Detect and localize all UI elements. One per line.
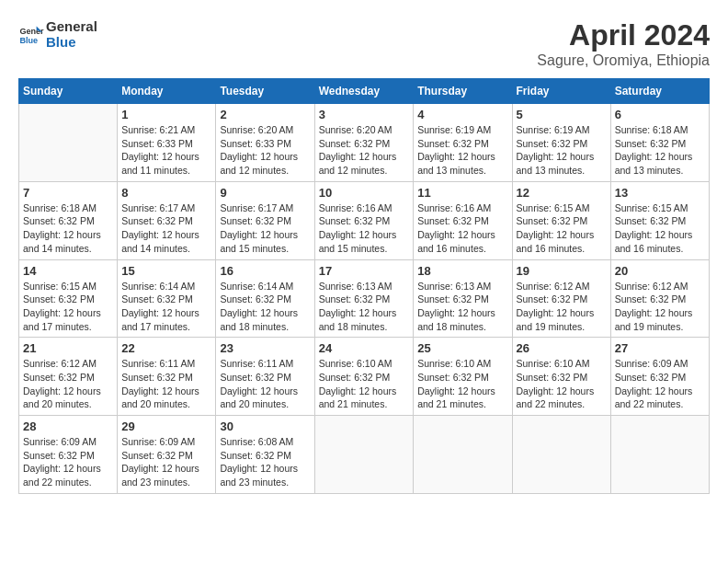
calendar-day-cell: 19Sunrise: 6:12 AMSunset: 6:32 PMDayligh…	[512, 259, 610, 338]
day-number: 25	[417, 341, 507, 355]
day-info: Sunrise: 6:15 AMSunset: 6:32 PMDaylight:…	[517, 201, 607, 256]
day-number: 17	[319, 264, 410, 278]
calendar-day-cell: 6Sunrise: 6:18 AMSunset: 6:32 PMDaylight…	[610, 104, 709, 182]
calendar-day-cell: 12Sunrise: 6:15 AMSunset: 6:32 PMDayligh…	[512, 181, 610, 259]
day-info: Sunrise: 6:11 AMSunset: 6:32 PMDaylight:…	[121, 357, 211, 411]
day-info: Sunrise: 6:18 AMSunset: 6:32 PMDaylight:…	[615, 123, 705, 178]
day-number: 23	[220, 341, 310, 355]
day-number: 14	[23, 264, 113, 278]
day-info: Sunrise: 6:09 AMSunset: 6:32 PMDaylight:…	[23, 435, 113, 489]
day-info: Sunrise: 6:19 AMSunset: 6:32 PMDaylight:…	[517, 123, 607, 178]
day-info: Sunrise: 6:19 AMSunset: 6:32 PMDaylight:…	[417, 123, 507, 178]
calendar-day-cell: 4Sunrise: 6:19 AMSunset: 6:32 PMDaylight…	[414, 104, 512, 182]
day-info: Sunrise: 6:15 AMSunset: 6:32 PMDaylight:…	[23, 280, 113, 334]
logo: General Blue General Blue	[18, 18, 97, 50]
day-info: Sunrise: 6:15 AMSunset: 6:32 PMDaylight:…	[615, 201, 705, 256]
calendar-day-cell: 25Sunrise: 6:10 AMSunset: 6:32 PMDayligh…	[414, 338, 512, 416]
calendar-day-cell: 20Sunrise: 6:12 AMSunset: 6:32 PMDayligh…	[610, 259, 709, 338]
weekday-header: Thursday	[414, 79, 512, 104]
day-info: Sunrise: 6:08 AMSunset: 6:32 PMDaylight:…	[220, 435, 310, 489]
svg-text:Blue: Blue	[19, 36, 38, 45]
calendar-day-cell: 10Sunrise: 6:16 AMSunset: 6:32 PMDayligh…	[314, 181, 414, 259]
day-number: 1	[121, 108, 211, 121]
calendar-day-cell: 15Sunrise: 6:14 AMSunset: 6:32 PMDayligh…	[118, 259, 216, 338]
calendar-day-cell: 5Sunrise: 6:19 AMSunset: 6:32 PMDaylight…	[512, 104, 610, 182]
calendar-day-cell	[512, 416, 610, 494]
day-info: Sunrise: 6:20 AMSunset: 6:32 PMDaylight:…	[319, 123, 410, 178]
day-number: 20	[615, 264, 705, 278]
logo-icon: General Blue	[18, 21, 44, 47]
day-number: 22	[121, 341, 211, 355]
weekday-header: Saturday	[610, 79, 709, 104]
day-number: 19	[517, 264, 607, 278]
day-info: Sunrise: 6:14 AMSunset: 6:32 PMDaylight:…	[121, 280, 211, 334]
day-number: 4	[417, 108, 507, 121]
calendar-day-cell: 16Sunrise: 6:14 AMSunset: 6:32 PMDayligh…	[216, 259, 314, 338]
logo-text-line1: General	[46, 18, 97, 34]
day-number: 29	[121, 419, 211, 433]
day-number: 13	[615, 186, 705, 200]
calendar-day-cell: 11Sunrise: 6:16 AMSunset: 6:32 PMDayligh…	[414, 181, 512, 259]
calendar-week-row: 1Sunrise: 6:21 AMSunset: 6:33 PMDaylight…	[19, 104, 710, 182]
calendar-day-cell: 27Sunrise: 6:09 AMSunset: 6:32 PMDayligh…	[610, 338, 709, 416]
day-info: Sunrise: 6:11 AMSunset: 6:32 PMDaylight:…	[220, 357, 310, 411]
calendar-day-cell: 2Sunrise: 6:20 AMSunset: 6:33 PMDaylight…	[216, 104, 314, 182]
day-info: Sunrise: 6:09 AMSunset: 6:32 PMDaylight:…	[121, 435, 211, 489]
day-number: 26	[517, 341, 607, 355]
calendar-day-cell: 24Sunrise: 6:10 AMSunset: 6:32 PMDayligh…	[314, 338, 414, 416]
day-info: Sunrise: 6:12 AMSunset: 6:32 PMDaylight:…	[23, 357, 113, 411]
calendar-day-cell: 18Sunrise: 6:13 AMSunset: 6:32 PMDayligh…	[414, 259, 512, 338]
day-number: 24	[319, 341, 410, 355]
day-number: 8	[121, 186, 211, 200]
page-header: General Blue General Blue April 2024 Sag…	[18, 18, 710, 69]
calendar-day-cell: 29Sunrise: 6:09 AMSunset: 6:32 PMDayligh…	[118, 416, 216, 494]
calendar-day-cell	[19, 104, 118, 182]
day-number: 6	[615, 108, 705, 121]
day-info: Sunrise: 6:10 AMSunset: 6:32 PMDaylight:…	[417, 357, 507, 411]
day-info: Sunrise: 6:09 AMSunset: 6:32 PMDaylight:…	[615, 357, 705, 411]
calendar-day-cell: 26Sunrise: 6:10 AMSunset: 6:32 PMDayligh…	[512, 338, 610, 416]
day-info: Sunrise: 6:13 AMSunset: 6:32 PMDaylight:…	[417, 280, 507, 334]
calendar-day-cell: 8Sunrise: 6:17 AMSunset: 6:32 PMDaylight…	[118, 181, 216, 259]
day-number: 2	[220, 108, 310, 121]
calendar-day-cell: 3Sunrise: 6:20 AMSunset: 6:32 PMDaylight…	[314, 104, 414, 182]
day-info: Sunrise: 6:16 AMSunset: 6:32 PMDaylight:…	[319, 201, 410, 256]
day-info: Sunrise: 6:12 AMSunset: 6:32 PMDaylight:…	[615, 280, 705, 334]
day-number: 9	[220, 186, 310, 200]
day-info: Sunrise: 6:14 AMSunset: 6:32 PMDaylight:…	[220, 280, 310, 334]
calendar-week-row: 7Sunrise: 6:18 AMSunset: 6:32 PMDaylight…	[19, 181, 710, 259]
calendar-table: SundayMondayTuesdayWednesdayThursdayFrid…	[18, 78, 710, 494]
day-number: 10	[319, 186, 410, 200]
day-number: 16	[220, 264, 310, 278]
day-info: Sunrise: 6:21 AMSunset: 6:33 PMDaylight:…	[121, 123, 211, 178]
day-number: 15	[121, 264, 211, 278]
day-number: 7	[23, 186, 113, 200]
calendar-day-cell: 9Sunrise: 6:17 AMSunset: 6:32 PMDaylight…	[216, 181, 314, 259]
calendar-day-cell: 17Sunrise: 6:13 AMSunset: 6:32 PMDayligh…	[314, 259, 414, 338]
day-info: Sunrise: 6:17 AMSunset: 6:32 PMDaylight:…	[220, 201, 310, 256]
weekday-header: Wednesday	[314, 79, 414, 104]
day-info: Sunrise: 6:10 AMSunset: 6:32 PMDaylight:…	[517, 357, 607, 411]
title-block: April 2024 Sagure, Oromiya, Ethiopia	[537, 18, 710, 69]
calendar-header-row: SundayMondayTuesdayWednesdayThursdayFrid…	[19, 79, 710, 104]
weekday-header: Sunday	[19, 79, 118, 104]
weekday-header: Tuesday	[216, 79, 314, 104]
day-number: 3	[319, 108, 410, 121]
calendar-day-cell: 23Sunrise: 6:11 AMSunset: 6:32 PMDayligh…	[216, 338, 314, 416]
calendar-day-cell: 22Sunrise: 6:11 AMSunset: 6:32 PMDayligh…	[118, 338, 216, 416]
day-number: 12	[517, 186, 607, 200]
day-info: Sunrise: 6:12 AMSunset: 6:32 PMDaylight:…	[517, 280, 607, 334]
day-info: Sunrise: 6:16 AMSunset: 6:32 PMDaylight:…	[417, 201, 507, 256]
page-title: April 2024	[537, 18, 710, 52]
day-info: Sunrise: 6:10 AMSunset: 6:32 PMDaylight:…	[319, 357, 410, 411]
page-subtitle: Sagure, Oromiya, Ethiopia	[537, 52, 710, 69]
day-number: 18	[417, 264, 507, 278]
weekday-header: Friday	[512, 79, 610, 104]
day-number: 27	[615, 341, 705, 355]
calendar-day-cell: 13Sunrise: 6:15 AMSunset: 6:32 PMDayligh…	[610, 181, 709, 259]
calendar-week-row: 21Sunrise: 6:12 AMSunset: 6:32 PMDayligh…	[19, 338, 710, 416]
calendar-day-cell: 21Sunrise: 6:12 AMSunset: 6:32 PMDayligh…	[19, 338, 118, 416]
day-info: Sunrise: 6:20 AMSunset: 6:33 PMDaylight:…	[220, 123, 310, 178]
calendar-day-cell: 1Sunrise: 6:21 AMSunset: 6:33 PMDaylight…	[118, 104, 216, 182]
day-info: Sunrise: 6:13 AMSunset: 6:32 PMDaylight:…	[319, 280, 410, 334]
